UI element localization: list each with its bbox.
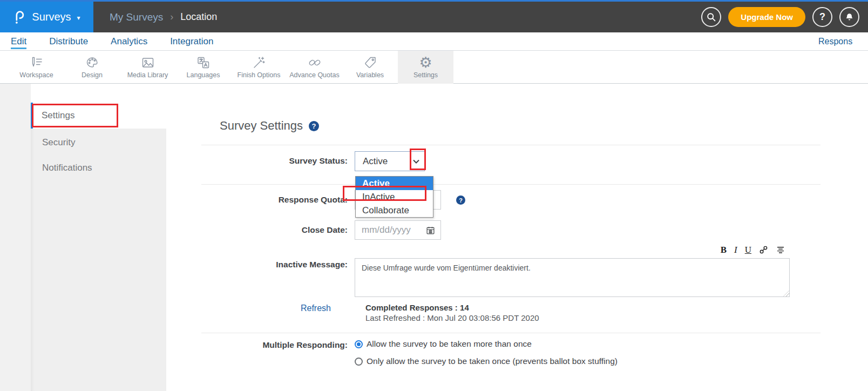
close-date-field[interactable] xyxy=(355,220,441,240)
radio-selected-icon[interactable] xyxy=(355,340,363,348)
close-date-label: Close Date: xyxy=(201,226,348,234)
workspace-icon xyxy=(30,56,44,70)
page-title-row: Survey Settings ? xyxy=(220,119,319,133)
tab-analytics[interactable]: Analytics xyxy=(111,37,147,46)
header-actions: Upgrade Now ? xyxy=(701,2,859,32)
question-mark-icon: ? xyxy=(819,11,825,23)
notifications-button[interactable] xyxy=(839,7,859,27)
toolbar-label: Variables xyxy=(356,71,384,79)
inactive-message-textarea[interactable]: Diese Umfrage wurde vom Eigentümer deakt… xyxy=(355,258,790,297)
align-text-icon[interactable] xyxy=(776,245,785,254)
calendar-icon[interactable] xyxy=(426,226,435,235)
radio-unselected-icon[interactable] xyxy=(355,358,363,366)
toolbar-label: Advance Quotas xyxy=(289,71,339,79)
help-button[interactable]: ? xyxy=(812,7,832,27)
text-format-toolbar: B I U xyxy=(355,244,790,255)
upgrade-now-button[interactable]: Upgrade Now xyxy=(728,7,805,27)
toolbar-languages[interactable]: Languages xyxy=(175,51,231,84)
toolbar-finish-options[interactable]: Finish Options xyxy=(231,51,287,84)
sidebar-item-security[interactable]: Security xyxy=(31,130,166,156)
search-icon xyxy=(706,12,716,22)
chain-link-icon xyxy=(308,56,322,70)
product-name: Surveys xyxy=(32,11,71,23)
sidebar-item-settings[interactable]: Settings xyxy=(31,103,166,129)
option-collaborate[interactable]: Collaborate xyxy=(356,204,433,217)
radio-option-text: Only allow the survey to be taken once (… xyxy=(367,356,618,366)
search-button[interactable] xyxy=(701,7,721,27)
toolbar-items: Workspace Design Media Library xyxy=(9,51,453,84)
toolbar-settings[interactable]: ⚙ Settings xyxy=(398,51,453,84)
response-quota-help-icon[interactable]: ? xyxy=(456,196,465,205)
survey-status-label: Survey Status: xyxy=(201,157,348,165)
left-margin-strip xyxy=(0,84,31,391)
survey-status-value: Active xyxy=(363,156,388,167)
toolbar-design[interactable]: Design xyxy=(64,51,120,84)
divider xyxy=(201,333,820,333)
toolbar-label: Media Library xyxy=(127,71,168,79)
page-title: Survey Settings xyxy=(220,119,303,133)
completed-responses-count: Completed Responses : 14 xyxy=(365,303,469,312)
tab-integration[interactable]: Integration xyxy=(170,37,213,46)
last-refreshed-timestamp: Last Refreshed : Mon Jul 20 03:08:56 PDT… xyxy=(365,313,539,322)
product-switcher[interactable]: Surveys ▾ xyxy=(0,2,93,32)
multiple-responding-label: Multiple Responding: xyxy=(201,341,348,349)
inactive-message-label: Inactive Message: xyxy=(201,260,348,269)
italic-button[interactable]: I xyxy=(734,245,737,254)
divider xyxy=(201,145,820,145)
questionpro-logo-icon xyxy=(13,9,26,25)
palette-icon xyxy=(85,56,99,70)
magic-wand-icon xyxy=(252,56,266,70)
tab-distribute[interactable]: Distribute xyxy=(49,37,88,46)
toolbar-label: Languages xyxy=(187,71,220,79)
edit-toolbar: Workspace Design Media Library xyxy=(0,51,868,84)
toolbar-variables[interactable]: Variables xyxy=(342,51,398,84)
title-help-icon[interactable]: ? xyxy=(309,121,319,131)
tag-icon xyxy=(363,56,377,70)
tab-edit[interactable]: Edit xyxy=(11,37,26,49)
radio-option-text: Allow the survey to be taken more than o… xyxy=(367,339,532,349)
bell-icon xyxy=(844,12,855,22)
radio-option-only-once[interactable]: Only allow the survey to be taken once (… xyxy=(355,356,618,366)
survey-tabs: Edit Distribute Analytics Integration xyxy=(0,32,868,51)
toolbar-advance-quotas[interactable]: Advance Quotas xyxy=(287,51,342,84)
response-quota-label: Response Quota: xyxy=(201,196,348,204)
tab-responses-partial[interactable]: Respons xyxy=(818,32,852,51)
toolbar-workspace[interactable]: Workspace xyxy=(9,51,64,84)
header-bar: Surveys ▾ My Surveys › Location Upgrade … xyxy=(0,2,868,32)
app-window: Surveys ▾ My Surveys › Location Upgrade … xyxy=(0,0,868,391)
insert-link-icon[interactable] xyxy=(759,245,768,254)
survey-status-select[interactable]: Active xyxy=(355,151,425,171)
translate-icon xyxy=(196,56,211,70)
toolbar-label: Workspace xyxy=(19,71,53,79)
breadcrumb: My Surveys › Location xyxy=(110,2,217,32)
toolbar-media-library[interactable]: Media Library xyxy=(120,51,175,84)
divider xyxy=(201,184,820,185)
toolbar-label: Settings xyxy=(413,71,438,79)
image-icon xyxy=(141,56,155,70)
toolbar-label: Finish Options xyxy=(238,71,281,79)
toolbar-label: Design xyxy=(82,71,103,79)
sidebar-item-notifications[interactable]: Notifications xyxy=(31,155,166,181)
breadcrumb-current: Location xyxy=(180,11,217,23)
option-inactive[interactable]: InActive xyxy=(356,190,433,204)
chevron-down-icon xyxy=(413,159,419,164)
survey-status-dropdown: Active InActive Collaborate xyxy=(355,176,433,218)
underline-button[interactable]: U xyxy=(745,245,751,254)
refresh-link[interactable]: Refresh xyxy=(201,304,348,313)
bold-button[interactable]: B xyxy=(721,245,727,254)
option-active[interactable]: Active xyxy=(356,177,433,190)
breadcrumb-my-surveys[interactable]: My Surveys xyxy=(110,11,163,23)
gear-icon: ⚙ xyxy=(419,56,432,70)
radio-option-allow-multiple[interactable]: Allow the survey to be taken more than o… xyxy=(355,339,532,349)
close-date-input[interactable] xyxy=(355,225,426,235)
breadcrumb-separator: › xyxy=(170,11,173,23)
survey-settings-panel: Survey Settings ? Survey Status: Active … xyxy=(166,84,868,391)
chevron-down-icon: ▾ xyxy=(77,14,80,22)
